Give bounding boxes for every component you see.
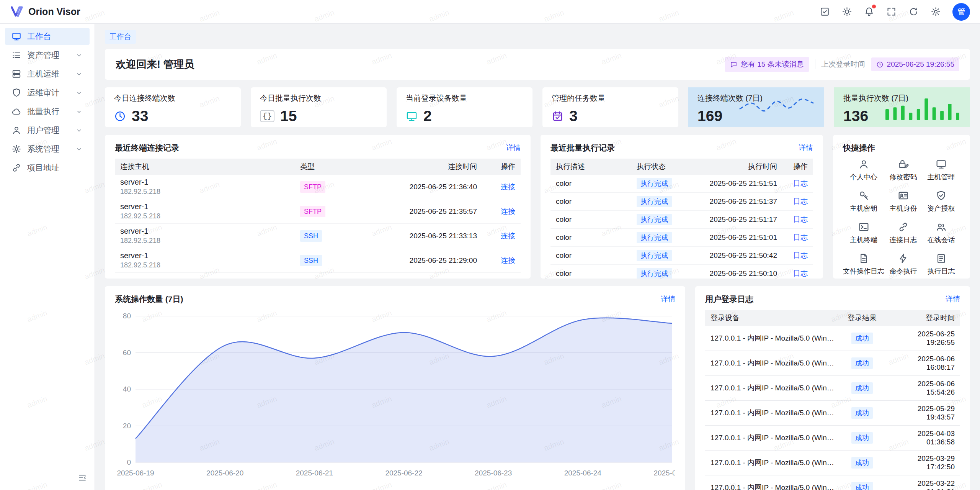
sidebar-item-user-management[interactable]: 用户管理: [5, 122, 90, 139]
table-row: 127.0.0.1 - 内网IP - Mozilla/5.0 (Windows …: [705, 351, 960, 376]
stat-value: 2: [423, 108, 432, 125]
sidebar-item-workbench[interactable]: 工作台: [5, 28, 90, 45]
asset-list-icon: [11, 50, 21, 60]
sidebar-item-label: 资产管理: [27, 50, 59, 61]
execution-time: 2025-06-25 21:51:17: [700, 211, 782, 229]
check-square-button[interactable]: [816, 3, 833, 20]
execution-description: color: [550, 175, 631, 193]
quick-action-personal-center[interactable]: 个人中心: [843, 159, 884, 182]
terminal-detail-link[interactable]: 详情: [506, 143, 521, 153]
chart-detail-link[interactable]: 详情: [661, 294, 675, 304]
host-name: server-1: [120, 251, 289, 260]
svg-text:0: 0: [127, 458, 131, 466]
theme-toggle-button[interactable]: [838, 3, 855, 20]
quick-action-label: 资产授权: [928, 204, 955, 213]
quick-action-label: 修改密码: [890, 172, 917, 182]
unread-messages-badge[interactable]: 您有 15 条未读消息: [725, 57, 809, 72]
batch-detail-link[interactable]: 详情: [799, 143, 813, 153]
quick-action-change-password[interactable]: 修改密码: [884, 159, 922, 182]
login-detail-link[interactable]: 详情: [946, 294, 960, 304]
quick-action-connection-log[interactable]: 连接日志: [884, 221, 922, 244]
sidebar-item-label: 批量执行: [27, 106, 59, 117]
settings-button[interactable]: [927, 3, 944, 20]
connect-link[interactable]: 连接: [501, 232, 515, 240]
quick-action-online-sessions[interactable]: 在线会话: [922, 221, 960, 244]
log-link[interactable]: 日志: [793, 251, 808, 259]
quick-action-host-keys[interactable]: 主机密钥: [843, 190, 884, 213]
stat-label: 管理的任务数量: [552, 93, 669, 103]
login-device: 127.0.0.1 - 内网IP - Mozilla/5.0 (Windows …: [705, 451, 841, 475]
batch-trend-sparkline: [883, 94, 962, 121]
sidebar-item-label: 用户管理: [27, 125, 59, 136]
sidebar-item-project-url[interactable]: 项目地址: [5, 159, 90, 176]
sidebar-item-host-ops[interactable]: 主机运维: [5, 66, 90, 82]
quick-action-asset-authorization[interactable]: 资产授权: [922, 190, 960, 213]
notifications-button[interactable]: [861, 3, 877, 20]
panel-title: 最近批量执行记录: [550, 143, 615, 153]
connect-link[interactable]: 连接: [501, 183, 515, 191]
quick-action-label: 连接日志: [890, 235, 917, 244]
refresh-button[interactable]: [905, 3, 922, 20]
connect-link[interactable]: 连接: [501, 207, 515, 215]
last-login-label: 上次登录时间: [822, 59, 865, 69]
lock-edit-icon: [898, 159, 909, 170]
breadcrumb[interactable]: 工作台: [105, 30, 136, 44]
host-ip: 182.92.5.218: [120, 237, 289, 245]
shield-check-icon: [936, 190, 947, 201]
login-device: 127.0.0.1 - 内网IP - Mozilla/5.0 (Windows …: [705, 376, 841, 401]
table-row: 127.0.0.1 - 内网IP - Mozilla/5.0 (Windows …: [705, 376, 960, 401]
execution-description: color: [550, 229, 631, 247]
host-ip: 182.92.5.218: [120, 212, 289, 220]
column-header: 执行时间: [700, 159, 782, 175]
login-result-badge: 成功: [851, 482, 873, 490]
panel-title: 最近终端连接记录: [115, 143, 179, 153]
sidebar-item-batch-execution[interactable]: 批量执行: [5, 103, 90, 120]
login-time: 2025-06-06 15:54:26: [884, 376, 960, 401]
divider: [815, 59, 815, 69]
sidebar-item-asset-management[interactable]: 资产管理: [5, 47, 90, 64]
svg-text:20: 20: [123, 422, 131, 430]
column-header: 操作: [782, 159, 813, 175]
user-avatar[interactable]: 管: [952, 3, 970, 21]
sidebar-item-label: 系统管理: [27, 144, 59, 154]
execution-status-badge: 执行完成: [637, 268, 672, 279]
stat-card-managed-tasks: 管理的任务数量 3: [542, 87, 678, 127]
login-time: 2025-05-29 19:43:57: [884, 401, 960, 426]
quick-action-host-terminal[interactable]: 主机终端: [843, 221, 884, 244]
stat-value: 33: [132, 108, 148, 125]
fullscreen-icon: [886, 7, 897, 17]
log-link[interactable]: 日志: [793, 197, 808, 205]
svg-text:80: 80: [123, 312, 131, 320]
log-link[interactable]: 日志: [793, 179, 808, 187]
column-header: 类型: [295, 159, 352, 175]
quick-action-command-execution[interactable]: 命令执行: [884, 253, 922, 276]
quick-action-file-operation-log[interactable]: 文件操作日志: [843, 253, 884, 276]
quick-action-host-identity[interactable]: 主机身份: [884, 190, 922, 213]
chevron-down-icon: [75, 126, 83, 134]
column-header: 登录时间: [884, 310, 960, 326]
check-square-icon: [820, 7, 830, 17]
quick-action-host-management[interactable]: 主机管理: [922, 159, 960, 182]
log-link[interactable]: 日志: [793, 215, 808, 223]
table-row: color 执行完成 2025-06-25 21:50:10 日志: [550, 265, 813, 279]
link-icon: [898, 221, 909, 233]
log-link[interactable]: 日志: [793, 269, 808, 277]
table-row: 127.0.0.1 - 内网IP - Mozilla/5.0 (Windows …: [705, 451, 960, 475]
sidebar-item-ops-audit[interactable]: 运维审计: [5, 84, 90, 101]
sidebar-collapse-button[interactable]: [75, 471, 89, 485]
connect-link[interactable]: 连接: [501, 256, 515, 264]
execution-status-badge: 执行完成: [637, 196, 672, 207]
quick-actions-grid: 个人中心 修改密码 主机管理 主机密钥 主机身份: [843, 159, 960, 276]
connect-time: 2025-06-25 21:33:13: [352, 224, 482, 248]
fullscreen-button[interactable]: [883, 3, 900, 20]
quick-action-label: 执行日志: [928, 267, 955, 276]
sidebar-item-system-management[interactable]: 系统管理: [5, 141, 90, 157]
log-link[interactable]: 日志: [793, 233, 808, 241]
execution-status-badge: 执行完成: [637, 250, 672, 261]
quick-action-execution-log[interactable]: 执行日志: [922, 253, 960, 276]
gear-icon: [931, 7, 941, 17]
quick-action-label: 主机管理: [928, 172, 955, 182]
table-row: color 执行完成 2025-06-25 21:51:17 日志: [550, 211, 813, 229]
execution-time: 2025-06-25 21:51:37: [700, 193, 782, 211]
stat-value: 3: [569, 108, 578, 125]
